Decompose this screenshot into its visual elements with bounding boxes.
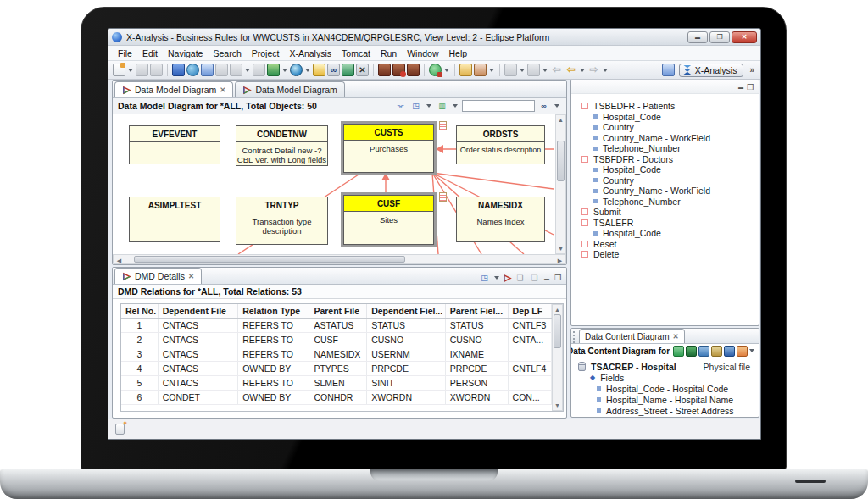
col-dep-lf[interactable]: Dep LF (508, 304, 551, 319)
col-parent-field[interactable]: Parent Fiel... (445, 304, 508, 319)
tab-close-icon[interactable] (220, 86, 225, 94)
diagram-box-namesidx[interactable]: NAMESIDX Names Index (456, 197, 545, 242)
scroll-down-icon[interactable] (556, 245, 565, 252)
java-browsing-icon[interactable] (172, 64, 185, 76)
tree-item-field[interactable]: Country_Name - WorkField (581, 133, 759, 144)
tree-item-file[interactable]: TSALEFR (581, 218, 759, 229)
next-annotation-icon[interactable] (504, 64, 517, 76)
open-folder-icon[interactable] (459, 64, 472, 76)
dmd-minimize-icon[interactable] (542, 273, 551, 284)
scroll-right-icon[interactable] (555, 257, 565, 264)
tree-item-file[interactable]: TSBFDFR - Doctors (581, 154, 759, 165)
menu-project[interactable]: Project (248, 47, 284, 59)
tab-close-icon[interactable] (673, 332, 679, 341)
col-relation-type[interactable]: Relation Type (238, 304, 309, 319)
table-view-icon[interactable] (201, 64, 214, 76)
next-annotation-dropdown[interactable] (520, 69, 525, 72)
external-tools-icon[interactable]: ✕ (356, 64, 369, 76)
box-title[interactable]: CUSF (344, 196, 433, 212)
color-columns-icon[interactable]: ▥ (436, 100, 448, 112)
ant-build-alt-icon[interactable] (407, 64, 420, 76)
back-history-dropdown[interactable] (580, 69, 585, 72)
dmd-relations-table[interactable]: Rel No. Dependent File Relation Type Par… (120, 303, 564, 412)
table-row[interactable]: 2CNTACSREFERS TOCUSFCUSNOCUSNOCNTA... (121, 333, 552, 347)
scroll-left-icon[interactable] (114, 257, 124, 264)
tree-item-field[interactable]: Hospital_Code - Hospital Code (578, 383, 755, 394)
diagram-box-condetnw[interactable]: CONDETNW Contract Detail new -? CBL Ver.… (236, 125, 328, 166)
previous-annotation-dropdown[interactable] (542, 69, 548, 72)
menu-help[interactable]: Help (445, 47, 472, 59)
tree-item-field[interactable]: Country (581, 175, 759, 186)
table-vscrollbar[interactable] (552, 304, 563, 411)
scroll-down-icon[interactable] (553, 402, 562, 409)
table-row[interactable]: 5CNTACSREFERS TOSLMENSINITPERSON (121, 376, 552, 391)
fields-tree[interactable]: TSBEDFR - Patients Hospital_Code Country… (571, 94, 759, 260)
table-header-row[interactable]: Rel No. Dependent File Relation Type Par… (121, 304, 552, 319)
diagram-canvas[interactable]: EVFEVENT CONDETNW Contract Detail new -?… (113, 114, 566, 254)
print-icon[interactable] (150, 64, 163, 76)
ant-build-icon[interactable] (378, 64, 391, 76)
hscroll-thumb[interactable] (134, 256, 405, 263)
layout-icon[interactable]: ⫘ (394, 100, 407, 112)
vscroll-thumb[interactable] (554, 314, 561, 348)
columns-icon[interactable] (737, 346, 748, 357)
scroll-up-icon[interactable] (553, 306, 562, 313)
diagram-box-custs[interactable]: CUSTS Purchases (343, 124, 434, 173)
box-title[interactable]: TRNTYP (236, 197, 327, 213)
tree-item-fields-group[interactable]: ◆ Fields (578, 372, 755, 383)
diagram-box-asimpltest[interactable]: ASIMPLTEST (129, 197, 220, 242)
custs-note-icon[interactable] (439, 121, 447, 130)
title-bar[interactable]: X-Analysis - Business Rules for WWCUSTS … (108, 29, 760, 46)
maximize-button[interactable] (709, 31, 730, 43)
color-columns-dropdown[interactable] (453, 104, 458, 108)
dmd-save-icon[interactable]: ❏ (514, 272, 526, 284)
box-title[interactable]: ORDSTS (457, 126, 544, 142)
menu-navigate[interactable]: Navigate (164, 47, 207, 59)
table-row[interactable]: 3CNTACSREFERS TONAMESIDXUSERNMIXNAME (121, 347, 552, 362)
close-button[interactable] (732, 31, 757, 43)
export-icon[interactable] (686, 346, 697, 357)
run-last-dropdown[interactable] (245, 69, 250, 72)
menu-file[interactable]: File (114, 47, 136, 59)
run-query-dropdown[interactable] (444, 69, 449, 72)
dmd-x-analysis-icon[interactable] (503, 274, 512, 283)
tree-item-root[interactable]: TSACREP - Hospital Physical file (578, 361, 755, 372)
wizard-edit-icon[interactable] (313, 64, 326, 76)
tree-item-field[interactable]: Telephone_Number (581, 197, 759, 208)
dcd-tree[interactable]: TSACREP - Hospital Physical file ◆ Field… (571, 358, 759, 418)
dmd-export-icon[interactable]: ◳ (478, 272, 491, 284)
binoculars-icon[interactable]: ∞ (537, 100, 550, 112)
document-icon[interactable] (253, 64, 265, 76)
tab-data-content-diagram[interactable]: Data Content Diagram (579, 329, 685, 343)
tree-item-file[interactable]: Submit (581, 207, 759, 218)
data-dictionary-dropdown[interactable] (282, 69, 287, 72)
last-edit-icon[interactable]: ⇦ (550, 64, 563, 76)
forward-history-dropdown[interactable] (603, 69, 608, 72)
print-icon[interactable] (711, 346, 722, 357)
minimize-button[interactable] (687, 31, 708, 43)
tree-item-file[interactable]: TSBEDFR - Patients (581, 101, 759, 112)
run-query-icon[interactable] (429, 64, 442, 76)
diagram-box-cusf[interactable]: CUSF Sites (343, 195, 434, 245)
col-parent-file[interactable]: Parent File (309, 304, 367, 319)
box-title[interactable]: CONDETNW (236, 126, 327, 142)
menu-run[interactable]: Run (376, 47, 401, 59)
col-dependent-file[interactable]: Dependent File (158, 304, 238, 319)
box-title[interactable]: EVFEVENT (130, 126, 220, 142)
highlight-pen-dropdown[interactable] (489, 69, 494, 72)
search-binoculars-icon[interactable]: ∞ (327, 64, 340, 76)
web-browser-dropdown[interactable] (305, 69, 310, 72)
tab-data-model-diagram-2[interactable]: Data Model Diagram (235, 81, 344, 97)
tree-item-file[interactable]: Reset (581, 239, 759, 250)
new-wizard-icon[interactable] (113, 64, 125, 76)
table-row[interactable]: 1CNTACSREFERS TOASTATUSSTATUSSTATUSCNTLF… (121, 319, 552, 333)
tree-item-field[interactable]: Telephone_Number (581, 143, 759, 154)
tree-item-field[interactable]: Country (581, 122, 759, 133)
tree-item-field[interactable]: Hospital_Code (581, 228, 759, 239)
diagram-search-input[interactable] (462, 100, 535, 112)
hierarchy-icon[interactable] (215, 64, 228, 76)
export-diagram-icon[interactable]: ◳ (409, 100, 422, 112)
tree-item-field[interactable]: Hospital_Code (581, 112, 759, 123)
vscroll-thumb[interactable] (557, 141, 565, 181)
table-row[interactable]: 4CNTACSOWNED BYPTYPESPRPCDEPRPCDECNTLF4 (121, 362, 552, 376)
